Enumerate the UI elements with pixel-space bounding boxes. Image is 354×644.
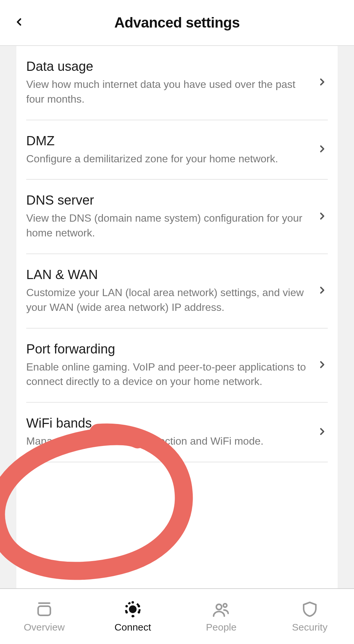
row-lan-wan[interactable]: LAN & WAN Customize your LAN (local area… bbox=[16, 254, 338, 328]
row-desc: Configure a demilitarized zone for your … bbox=[26, 151, 307, 166]
chevron-left-icon bbox=[13, 16, 25, 28]
row-desc: Enable online gaming. VoIP and peer-to-p… bbox=[26, 360, 307, 389]
nav-people[interactable]: People bbox=[177, 589, 266, 644]
row-dns-server[interactable]: DNS server View the DNS (domain name sys… bbox=[16, 180, 338, 253]
nav-label: Connect bbox=[114, 622, 151, 633]
row-text: Data usage View how much internet data y… bbox=[26, 59, 317, 107]
divider bbox=[26, 462, 328, 462]
chevron-right-icon bbox=[317, 76, 328, 89]
row-title: DNS server bbox=[26, 193, 307, 208]
settings-card: Data usage View how much internet data y… bbox=[16, 46, 338, 588]
bottom-nav: Overview Connect People Security bbox=[0, 588, 354, 644]
nav-label: People bbox=[206, 622, 236, 633]
nav-label: Overview bbox=[24, 622, 65, 633]
row-title: Port forwarding bbox=[26, 342, 307, 356]
chevron-right-icon bbox=[317, 211, 328, 223]
shield-icon bbox=[301, 600, 319, 618]
row-desc: View the DNS (domain name system) config… bbox=[26, 211, 307, 240]
svg-point-6 bbox=[138, 611, 140, 614]
overview-icon bbox=[35, 600, 53, 618]
nav-connect[interactable]: Connect bbox=[88, 589, 177, 644]
svg-point-10 bbox=[216, 604, 222, 610]
svg-point-11 bbox=[223, 604, 227, 607]
row-title: DMZ bbox=[26, 133, 307, 148]
row-text: WiFi bands Manage your WiFi channel sect… bbox=[26, 416, 317, 449]
nav-overview[interactable]: Overview bbox=[0, 589, 88, 644]
svg-point-2 bbox=[129, 605, 136, 613]
chevron-right-icon bbox=[317, 426, 328, 438]
row-dmz[interactable]: DMZ Configure a demilitarized zone for y… bbox=[16, 120, 338, 179]
back-button[interactable] bbox=[13, 16, 25, 29]
chevron-right-icon bbox=[317, 285, 328, 297]
svg-point-7 bbox=[131, 615, 134, 617]
header-bar: Advanced settings bbox=[0, 0, 354, 46]
svg-point-9 bbox=[126, 605, 128, 607]
row-title: WiFi bands bbox=[26, 416, 307, 431]
svg-point-8 bbox=[126, 611, 128, 614]
row-text: DMZ Configure a demilitarized zone for y… bbox=[26, 133, 317, 166]
content-area: Data usage View how much internet data y… bbox=[0, 46, 354, 588]
nav-label: Security bbox=[292, 622, 327, 633]
svg-point-4 bbox=[131, 601, 134, 603]
svg-point-5 bbox=[138, 605, 140, 607]
row-desc: Customize your LAN (local area network) … bbox=[26, 285, 307, 315]
row-desc: View how much internet data you have use… bbox=[26, 77, 307, 107]
nav-security[interactable]: Security bbox=[266, 589, 354, 644]
people-icon bbox=[212, 600, 230, 618]
row-text: DNS server View the DNS (domain name sys… bbox=[26, 193, 317, 240]
row-desc: Manage your WiFi channel section and WiF… bbox=[26, 434, 307, 449]
page-title: Advanced settings bbox=[10, 14, 344, 31]
chevron-right-icon bbox=[317, 359, 328, 372]
row-data-usage[interactable]: Data usage View how much internet data y… bbox=[16, 46, 338, 120]
svg-rect-1 bbox=[38, 606, 50, 615]
chevron-right-icon bbox=[317, 143, 328, 156]
row-wifi-bands[interactable]: WiFi bands Manage your WiFi channel sect… bbox=[16, 403, 338, 462]
row-port-forwarding[interactable]: Port forwarding Enable online gaming. Vo… bbox=[16, 329, 338, 402]
row-text: Port forwarding Enable online gaming. Vo… bbox=[26, 342, 317, 389]
row-text: LAN & WAN Customize your LAN (local area… bbox=[26, 267, 317, 315]
connect-icon bbox=[124, 600, 142, 618]
row-title: Data usage bbox=[26, 59, 307, 74]
row-title: LAN & WAN bbox=[26, 267, 307, 282]
